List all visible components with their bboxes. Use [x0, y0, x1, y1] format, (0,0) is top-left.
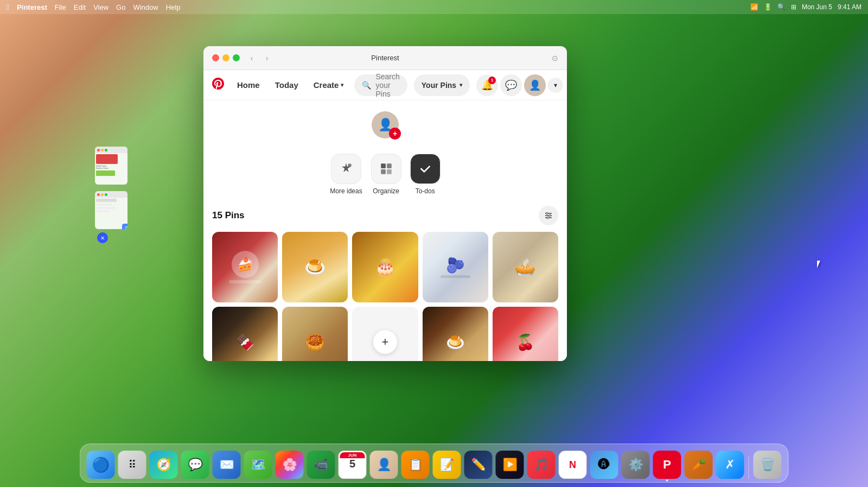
dock-pinterest[interactable]: P [653, 451, 681, 479]
pins-count: 15 Pins [212, 210, 245, 221]
menubar-right: 📶 🔋 🔍 ⊞ Mon Jun 5 9:41 AM [750, 3, 861, 11]
forward-button[interactable]: › [261, 53, 272, 64]
pin-card[interactable]: 🫐 [423, 232, 488, 302]
menubar-go[interactable]: Go [116, 3, 125, 11]
menubar-window[interactable]: Window [133, 3, 158, 11]
board-avatar-area: 👤 + [372, 111, 399, 138]
pin-card[interactable]: 🥧 [493, 232, 558, 302]
pin-card[interactable]: 🥮 [282, 307, 348, 361]
close-button[interactable] [212, 54, 219, 61]
dock-task[interactable]: ✗ [716, 451, 744, 479]
menubar-edit[interactable]: Edit [74, 3, 86, 11]
dropdown-chevron[interactable]: ▾ [548, 78, 563, 93]
pin-card[interactable]: 🍫 [212, 307, 278, 361]
reminders-icon: 📋 [408, 458, 423, 472]
maximize-button[interactable] [233, 54, 240, 61]
dock-reminders[interactable]: 📋 [401, 451, 430, 479]
todos-label: To-dos [416, 187, 435, 195]
mini-window-1[interactable]: Global CuisineHardy Ice Cream [95, 147, 127, 185]
svg-rect-2 [387, 163, 392, 168]
todos-icon [410, 154, 441, 184]
pin-card[interactable]: 🍮 [423, 307, 488, 361]
pin-image-1: 🍰 [212, 232, 278, 302]
dock-contacts[interactable]: 👤 [370, 451, 398, 479]
pinterest-logo[interactable] [212, 78, 224, 93]
freeform-icon: ✏️ [471, 458, 486, 472]
mini-dot2-min [101, 193, 104, 196]
dock-appletv[interactable]: ▶️ [496, 451, 524, 479]
menubar-spotlight-icon[interactable]: 🔍 [777, 3, 786, 11]
menubar-view[interactable]: View [93, 3, 108, 11]
pins-area: 15 Pins [203, 200, 567, 361]
pin-image-2: 🍮 [282, 232, 348, 302]
dock-messages[interactable]: 💬 [181, 451, 209, 479]
dock-mail[interactable]: ✉️ [213, 451, 241, 479]
user-avatar[interactable]: 👤 [524, 74, 546, 96]
dock-notes[interactable]: 📝 [433, 451, 461, 479]
quick-action-todos[interactable]: To-dos [410, 154, 441, 195]
mail-icon: ✉️ [219, 458, 234, 472]
dock-photos[interactable]: 🌸 [276, 451, 304, 479]
svg-point-8 [546, 212, 548, 214]
your-pins-button[interactable]: Your Pins ▾ [414, 74, 470, 96]
back-button[interactable]: ‹ [246, 53, 257, 64]
nav-today[interactable]: Today [271, 77, 303, 93]
minimize-button[interactable] [222, 54, 229, 61]
notes-icon: 📝 [439, 458, 454, 472]
filter-button[interactable] [539, 206, 558, 225]
messages-button[interactable]: 💬 [500, 74, 522, 96]
pin-card[interactable]: 🎂 [352, 232, 418, 302]
dock-calendar[interactable]: JUN 5 [339, 451, 367, 479]
pinterest-window: ‹ › Pinterest ⊙ Home Today Create ▾ [203, 46, 567, 361]
mini-window-1-header [95, 147, 127, 153]
quick-action-organize[interactable]: Organize [371, 154, 401, 195]
menubar-controlcenter-icon[interactable]: ⊞ [791, 3, 796, 11]
dock-launchpad[interactable]: ⠿ [118, 451, 146, 479]
nav-create[interactable]: Create ▾ [309, 77, 348, 93]
menubar-battery-icon: 🔋 [764, 3, 772, 11]
pin-add-button[interactable]: + [373, 330, 397, 354]
dock-carrot[interactable]: 🥕 [685, 451, 713, 479]
pin-add-placeholder: + [352, 307, 418, 361]
pin-card[interactable]: 🍒 [493, 307, 558, 361]
window-titlebar: ‹ › Pinterest ⊙ [203, 46, 567, 70]
pin-card[interactable]: 🍰 [212, 232, 278, 302]
dock-maps[interactable]: 🗺️ [244, 451, 272, 479]
dock-freeform[interactable]: ✏️ [464, 451, 493, 479]
dock-news[interactable]: N [559, 451, 587, 479]
dock-facetime[interactable]: 📹 [307, 451, 335, 479]
dock-trash[interactable]: 🗑️ [754, 451, 782, 479]
menubar-help[interactable]: Help [166, 3, 181, 11]
photos-icon: 🌸 [282, 458, 297, 472]
mini-dot-min [101, 149, 104, 151]
dock-appstore[interactable]: 🅐 [590, 451, 618, 479]
x-badge: ✕ [97, 232, 108, 243]
search-bar[interactable]: 🔍 Search your Pins [354, 74, 407, 96]
menubar-app-name[interactable]: Pinterest [17, 3, 47, 11]
window-close-icon[interactable]: ⊙ [552, 54, 558, 62]
nav-create-label: Create [314, 80, 339, 90]
svg-rect-3 [381, 169, 386, 174]
dock-active-dot [666, 479, 668, 482]
svg-rect-4 [387, 169, 392, 174]
mini-window-1-content: Global CuisineHardy Ice Cream [95, 153, 127, 177]
pin-image-10: 🍒 [493, 307, 558, 361]
systemprefs-icon: ⚙️ [628, 458, 643, 472]
dock-safari[interactable]: 🧭 [150, 451, 178, 479]
menubar-wifi-icon: 📶 [750, 3, 758, 11]
apple-menu[interactable]:  [7, 3, 9, 11]
add-board-button[interactable]: + [389, 128, 401, 140]
mini-window-2[interactable]: ☰ [95, 191, 127, 229]
pin-add-card[interactable]: + [352, 307, 418, 361]
facetime-icon: 📹 [314, 458, 328, 472]
your-pins-label: Your Pins [422, 81, 456, 90]
menubar-file[interactable]: File [55, 3, 66, 11]
mini-dot-close [97, 149, 100, 151]
nav-home[interactable]: Home [233, 77, 264, 93]
dock-systemprefs[interactable]: ⚙️ [622, 451, 650, 479]
notifications-button[interactable]: 🔔 1 [476, 74, 498, 96]
dock-finder[interactable]: 🔵 [87, 451, 115, 479]
dock-music[interactable]: 🎵 [527, 451, 556, 479]
quick-action-more-ideas[interactable]: More ideas [330, 154, 362, 195]
pin-card[interactable]: 🍮 [282, 232, 348, 302]
